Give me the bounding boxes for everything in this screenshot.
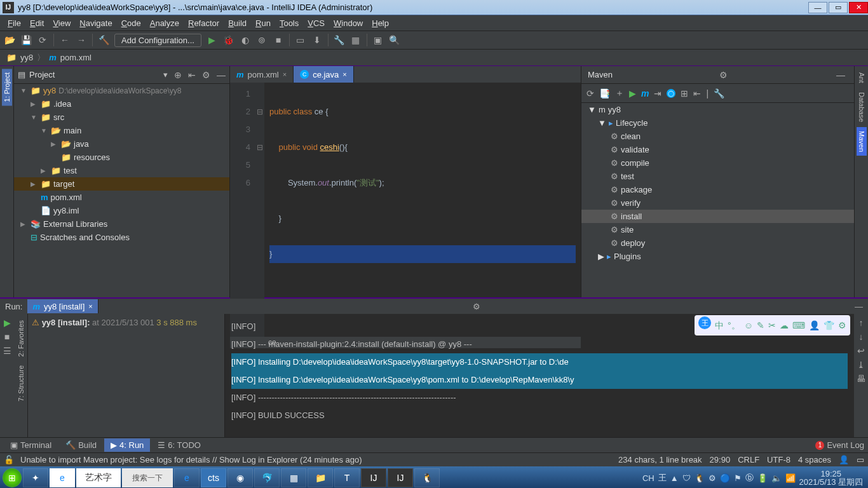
menu-refactor[interactable]: Refactor xyxy=(184,17,223,29)
console-output[interactable]: 王 中 °。 ☺ ✎ ✂ ☁ ⌨ 👤 👕 ⚙ [INFO][INFO] --- … xyxy=(225,314,854,437)
attach-icon[interactable]: ▣ xyxy=(372,34,384,46)
maven-goal-site[interactable]: ⚙site xyxy=(581,223,854,236)
tree-item--idea[interactable]: ▶📁.idea xyxy=(14,97,229,111)
ime-tool-icon[interactable]: ⚙ xyxy=(838,316,846,334)
menu-vcs[interactable]: VCS xyxy=(304,17,329,29)
taskbar-clock[interactable]: 19:25 2021/5/13 星期四 xyxy=(799,470,865,486)
scroll-icon[interactable]: ⤓ xyxy=(857,360,865,370)
editor-tab-ce-java[interactable]: Cce.java× xyxy=(294,66,354,83)
stop-icon[interactable]: ■ xyxy=(273,34,284,46)
status-encoding[interactable]: UTF-8 xyxy=(767,455,790,464)
back-icon[interactable]: ← xyxy=(59,34,71,46)
bottom-tab-6-TODO[interactable]: ☰6: TODO xyxy=(151,438,207,452)
maven-tree[interactable]: ▼myy8▼▸Lifecycle⚙clean⚙validate⚙compile⚙… xyxy=(581,103,854,297)
close-button[interactable]: ✕ xyxy=(849,2,868,13)
mem-icon[interactable]: ▭ xyxy=(857,455,864,464)
ime-wang-icon[interactable]: 王 xyxy=(698,316,711,329)
maven-goal-deploy[interactable]: ⚙deploy xyxy=(581,236,854,250)
tray-icon[interactable]: 王 xyxy=(658,472,667,484)
edge-button[interactable]: e xyxy=(174,468,200,487)
tray-icon[interactable]: ▲ xyxy=(670,473,679,483)
ime-indicator[interactable]: CH xyxy=(642,473,654,483)
down-icon[interactable]: ↓ xyxy=(859,332,864,342)
hide-icon[interactable]: — xyxy=(836,70,845,80)
collapse-icon[interactable]: ⇤ xyxy=(693,88,701,98)
reload-icon[interactable]: ⟳ xyxy=(587,88,594,98)
ime-tool-icon[interactable]: ✂ xyxy=(768,316,776,334)
gear-icon[interactable]: ⚙ xyxy=(719,70,728,80)
tray-icon[interactable]: 📶 xyxy=(785,473,796,483)
tab-ant[interactable]: Ant xyxy=(857,69,867,87)
tree-item-main[interactable]: ▼📂main xyxy=(14,124,229,137)
menu-code[interactable]: Code xyxy=(118,17,145,29)
gear-icon[interactable]: ⚙ xyxy=(202,70,210,80)
menu-help[interactable]: Help xyxy=(368,17,393,29)
maven-goal-validate[interactable]: ⚙validate xyxy=(581,143,854,156)
generate-icon[interactable]: 📑 xyxy=(599,88,610,98)
lock-icon[interactable]: 🔓 xyxy=(4,455,14,464)
skip-tests-icon[interactable]: ◯ xyxy=(667,89,675,98)
tray-icon[interactable]: 🔈 xyxy=(771,473,782,483)
maven-root[interactable]: ▼myy8 xyxy=(581,103,854,116)
intellij-button[interactable]: IJ xyxy=(388,468,413,487)
ime-tool-icon[interactable]: 中 xyxy=(715,316,724,334)
open-icon[interactable]: 📂 xyxy=(4,34,15,46)
hide-icon[interactable]: — xyxy=(217,70,226,80)
tab-favorites[interactable]: 2: Favorites xyxy=(16,316,26,360)
tray-icon[interactable]: 🐧 xyxy=(695,473,705,483)
close-icon[interactable]: × xyxy=(88,302,92,310)
menu-window[interactable]: Window xyxy=(330,17,367,29)
ie-button[interactable]: e xyxy=(50,468,75,487)
maven-plugins[interactable]: ▶▸Plugins xyxy=(581,250,854,263)
wrap-icon[interactable]: ↩ xyxy=(857,346,865,356)
ime-tool-icon[interactable]: ☁ xyxy=(780,316,789,334)
tray-icon[interactable]: ⚑ xyxy=(734,473,742,483)
run-icon[interactable]: ▶ xyxy=(629,88,636,98)
intellij-button[interactable]: IJ xyxy=(361,468,386,487)
save-icon[interactable]: 💾 xyxy=(20,34,32,46)
explorer-button[interactable]: 📁 xyxy=(308,468,333,487)
menu-edit[interactable]: Edit xyxy=(26,17,48,29)
tray-icon[interactable]: 🛡 xyxy=(682,473,691,483)
print-icon[interactable]: 🖶 xyxy=(857,374,865,384)
taskbar-app[interactable]: T xyxy=(334,468,360,487)
run-icon[interactable]: ▶ xyxy=(207,34,218,46)
tab-structure[interactable]: 7: Structure xyxy=(16,362,26,405)
chrome-button[interactable]: ◉ xyxy=(227,468,253,487)
bottom-tab-Terminal[interactable]: ▣Terminal xyxy=(4,438,58,452)
ime-tool-icon[interactable]: ⌨ xyxy=(792,316,805,334)
maven-goal-clean[interactable]: ⚙clean xyxy=(581,130,854,143)
collapse-icon[interactable]: ⇤ xyxy=(188,70,196,80)
target-icon[interactable]: ⊕ xyxy=(174,70,182,80)
tab-database[interactable]: Database xyxy=(857,88,867,126)
taskbar-app[interactable]: 🐬 xyxy=(254,468,280,487)
status-indent[interactable]: 4 spaces xyxy=(798,455,831,464)
maven-icon[interactable]: m xyxy=(641,88,649,98)
menu-view[interactable]: View xyxy=(49,17,74,29)
ie-window[interactable]: 艺术字 xyxy=(76,468,121,487)
bottom-tab-Build[interactable]: 🔨Build xyxy=(59,438,103,452)
tree-item-java[interactable]: ▶📂java xyxy=(14,137,229,151)
menu-tools[interactable]: Tools xyxy=(276,17,302,29)
qq-button[interactable]: 🐧 xyxy=(414,468,440,487)
ime-tool-icon[interactable]: 👤 xyxy=(809,316,820,334)
editor-tab-pom-xml[interactable]: mpom.xml× xyxy=(230,66,294,83)
tree-item-yy8[interactable]: ▼📁yy8 D:\develop\idea\ideaWorkSpace\yy8 xyxy=(14,84,229,97)
tray-icon[interactable]: 🔵 xyxy=(720,473,730,483)
tree-item-pom-xml[interactable]: mpom.xml xyxy=(14,191,229,204)
up-icon[interactable]: ↑ xyxy=(859,318,864,328)
maven-goal-package[interactable]: ⚙package xyxy=(581,183,854,196)
status-position[interactable]: 29:90 xyxy=(710,455,731,464)
hammer-icon[interactable]: 🔨 xyxy=(98,34,109,46)
tree-item-resources[interactable]: 📁resources xyxy=(14,151,229,164)
profile-icon[interactable]: ⊚ xyxy=(256,34,268,46)
search-box[interactable]: 搜索一下 xyxy=(122,468,173,487)
run-tab[interactable]: m yy8 [install] × xyxy=(27,299,98,313)
run-config-selector[interactable]: Add Configuration... xyxy=(114,34,201,47)
maven-goal-test[interactable]: ⚙test xyxy=(581,170,854,183)
ime-tool-icon[interactable]: 👕 xyxy=(824,316,834,334)
tree-item-External-Libraries[interactable]: ▶📚External Libraries xyxy=(14,217,229,231)
toggle-offline-icon[interactable]: ⇥ xyxy=(654,88,661,98)
menu-build[interactable]: Build xyxy=(224,17,250,29)
menu-analyze[interactable]: Analyze xyxy=(146,17,183,29)
